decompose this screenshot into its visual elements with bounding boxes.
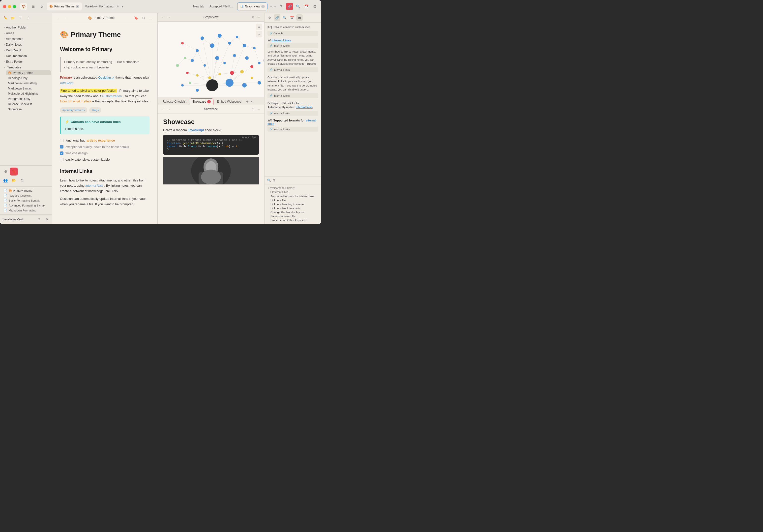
search-btn[interactable]: 🔍 — [294, 3, 301, 10]
tab-new-tab[interactable]: New tab — [191, 2, 206, 10]
pane-resize-handle[interactable] — [263, 59, 264, 62]
checkbox-1[interactable] — [60, 139, 63, 142]
sort-icon-btn[interactable]: ⇅ — [18, 176, 26, 184]
add-tab-btn[interactable]: + — [115, 3, 121, 9]
graph-node[interactable] — [181, 42, 184, 45]
recent-item-advanced-formatting[interactable]: 📄 Advanced Formatting Syntax — [2, 203, 50, 208]
graph-node[interactable] — [236, 36, 238, 38]
filter-icon[interactable]: ⚙ — [272, 178, 275, 182]
graph-node[interactable] — [258, 81, 261, 84]
inspector-tab-calendar[interactable]: 📅 — [289, 14, 295, 21]
tab-primary-theme[interactable]: 🎨 Primary Theme × — [47, 2, 82, 10]
add-tab-right-btn[interactable]: + — [268, 3, 274, 9]
tab-close-btn[interactable]: × — [76, 5, 79, 8]
toc-item-preview[interactable]: Preview a linked file — [268, 214, 318, 218]
sidebar-item-paragraphs-only[interactable]: Paragraphs Only — [6, 96, 51, 101]
internal-links-link-3[interactable]: 🔗 Internal Links — [268, 93, 318, 98]
tag-tags[interactable]: #tags — [89, 107, 101, 113]
sidebar-item-extra-folder[interactable]: › Extra Folder — [1, 59, 51, 64]
toc-item-change-display[interactable]: Change the link display text — [268, 210, 318, 214]
checkbox-4[interactable] — [60, 158, 63, 161]
showcase-back-btn[interactable]: ← — [161, 106, 166, 112]
recent-item-release-checklist[interactable]: 📄 Release Checklist — [2, 193, 50, 198]
graph-node[interactable] — [210, 44, 214, 48]
new-folder-btn[interactable]: 📁 — [10, 15, 16, 21]
internal-links-link[interactable]: internal links — [85, 184, 103, 187]
graph-node[interactable] — [240, 70, 244, 73]
graph-central-node[interactable] — [206, 79, 218, 91]
editor-body[interactable]: 🎨 Primary Theme Welcome to Primary Prima… — [52, 23, 158, 224]
checkbox-2[interactable]: ✓ — [60, 145, 63, 149]
sidebar-item-templates[interactable]: ∨ Templates — [1, 65, 51, 70]
showcase-tab-showcase[interactable]: Showcase × — [190, 98, 213, 105]
forward-btn[interactable]: → — [63, 15, 69, 21]
graph-node[interactable] — [184, 57, 186, 59]
graph-node[interactable] — [196, 89, 199, 92]
showcase-tab-close-btn[interactable]: × — [207, 100, 211, 103]
customization-link[interactable]: customization — [102, 94, 122, 98]
tab-accepted-file[interactable]: Accepted File Form... — [207, 2, 237, 10]
new-note-btn[interactable]: ✏️ — [2, 15, 8, 21]
recent-item-markdown-formatting[interactable]: 📄 Markdown Formatting — [2, 208, 50, 213]
graph-node[interactable] — [233, 54, 236, 57]
window-btn[interactable]: ⊡ — [141, 15, 147, 21]
tabs-chevron-right[interactable]: ▾ — [274, 5, 275, 8]
help-bottom-btn[interactable]: ? — [37, 217, 42, 222]
graph-node[interactable] — [253, 47, 256, 49]
sidebar-item-areas[interactable]: › Areas — [1, 31, 51, 36]
sidebar-item-attachments[interactable]: › Attachments — [1, 36, 51, 42]
maximize-button[interactable] — [13, 5, 16, 8]
graph-forward-btn[interactable]: → — [166, 14, 171, 20]
toc-item-link-to-file[interactable]: Link to a file — [268, 198, 318, 202]
folder-icon-btn[interactable]: 📂 — [10, 176, 18, 184]
checkbox-3[interactable]: ✓ — [60, 152, 63, 155]
showcase-tab-release-checklist[interactable]: Release Checklist — [160, 99, 189, 105]
graph-node[interactable] — [223, 62, 226, 64]
graph-node[interactable] — [191, 59, 194, 62]
tab-chevron[interactable]: ▾ — [122, 5, 123, 8]
recent-item-primary-theme[interactable]: 📄 🎨 Primary Theme — [2, 188, 50, 193]
graph-node[interactable] — [203, 64, 206, 67]
obsidian-link[interactable]: Obsidian ↗ — [98, 76, 115, 79]
showcase-tab-chevron[interactable]: ▾ — [251, 100, 252, 103]
sidebar-item-headings-only[interactable]: Headings Only — [6, 76, 51, 80]
graph-back-btn[interactable]: ← — [161, 14, 166, 20]
internal-links-link-4[interactable]: 🔗 Internal Links — [268, 111, 318, 116]
inspector-tab-table[interactable]: ⊞ — [296, 14, 303, 21]
graph-node[interactable] — [250, 65, 253, 68]
internal-links-link-1[interactable]: 🔗 Internal Links — [268, 43, 318, 48]
with-work-link[interactable]: with work — [60, 81, 73, 85]
focus-link[interactable]: focus on what matters — [60, 99, 91, 103]
community-icon-btn[interactable]: 👥 — [1, 176, 9, 184]
internal-links-link-2[interactable]: 🔗 Internal Links — [268, 67, 318, 72]
showcase-window-btn[interactable]: ⊡ — [250, 106, 256, 112]
graph-node[interactable] — [196, 49, 199, 52]
graph-main-node[interactable] — [226, 79, 234, 87]
graph-filter-btn[interactable]: ⚙ — [250, 14, 256, 20]
graph-node[interactable] — [181, 84, 184, 86]
bookmark-icon-btn[interactable]: 🔖 — [10, 167, 18, 175]
showcase-body[interactable]: Showcase Here's a random JavaScript code… — [158, 114, 264, 224]
sidebar-item-another-folder[interactable]: › Another Folder — [1, 25, 51, 30]
layout-btn[interactable]: ⊡ — [311, 3, 318, 10]
graph-node[interactable] — [218, 34, 222, 38]
bookmark-btn[interactable]: 🔖 — [133, 15, 139, 21]
graph-layout-icon[interactable]: ✦ — [256, 31, 262, 38]
back-btn[interactable]: ← — [55, 15, 61, 21]
more-btn[interactable]: ⋮ — [25, 15, 31, 21]
sidebar-item-release-checklist[interactable]: Release Checklist — [6, 102, 51, 107]
graph-node[interactable] — [242, 83, 247, 87]
tag-primary-features[interactable]: #primary-features — [60, 107, 87, 113]
close-button[interactable] — [3, 5, 6, 8]
graph-node[interactable] — [208, 76, 211, 79]
tab-close-btn[interactable]: × — [261, 5, 265, 8]
sidebar-item-markdown-syntax[interactable]: Markdown Syntax — [6, 86, 51, 91]
toc-item-supported-formats[interactable]: Supported formats for internal links — [268, 194, 318, 198]
inspector-tab-search[interactable]: 🔍 — [281, 14, 288, 21]
sidebar-item-primary-theme[interactable]: 🎨 Primary Theme — [6, 70, 51, 75]
graph-node[interactable] — [251, 77, 253, 79]
showcase-add-tab-btn[interactable]: + — [244, 99, 250, 105]
help-btn[interactable]: ? — [277, 3, 284, 10]
graph-node[interactable] — [230, 71, 234, 75]
graph-node[interactable] — [215, 56, 219, 60]
